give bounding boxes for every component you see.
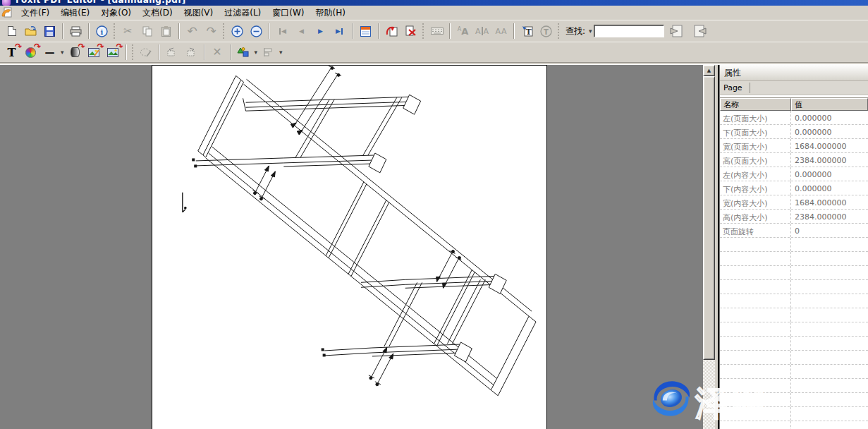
toolbar-drag-handle[interactable] — [422, 23, 425, 39]
font-size-button[interactable]: AA — [453, 22, 472, 40]
line-tool-dropdown[interactable]: ▾ — [61, 49, 64, 56]
rotate-object-left-button[interactable] — [163, 43, 182, 61]
redo-button[interactable]: ↷ — [202, 22, 221, 40]
watermark-logo-icon — [649, 376, 693, 424]
property-name — [720, 322, 791, 336]
zoom-in-button[interactable] — [228, 22, 247, 40]
menu-item-2[interactable]: 编辑(E) — [55, 6, 95, 20]
tab-properties[interactable]: 属性 — [720, 66, 745, 80]
delete-page-button[interactable] — [401, 22, 420, 40]
table-row[interactable]: 下(页面大小)0.000000 — [720, 125, 868, 139]
copy-button[interactable] — [137, 22, 157, 40]
property-value — [791, 280, 868, 294]
document-info-button[interactable]: i — [92, 22, 111, 40]
find-history-dropdown[interactable]: ▾ — [589, 28, 592, 35]
find-input[interactable] — [594, 25, 664, 37]
add-shading-button[interactable]: ↷ — [66, 43, 85, 61]
table-row[interactable]: 高(页面大小)2384.000000 — [720, 153, 868, 167]
tab-page[interactable]: Page — [720, 83, 750, 93]
scroll-up-button[interactable]: ▲ — [703, 65, 715, 76]
import-page-icon — [386, 25, 398, 37]
insert-text-icon: T — [522, 25, 533, 37]
pdf-page[interactable] — [152, 65, 547, 429]
menu-item-7[interactable]: 窗口(W) — [267, 6, 310, 20]
last-page-button[interactable]: ▶ — [330, 22, 349, 40]
menu-item-6[interactable]: 过滤器(L) — [219, 6, 267, 20]
table-row[interactable]: 高(内容大小)2384.000000 — [720, 210, 868, 224]
table-row-empty — [720, 280, 868, 294]
delete-object-button[interactable]: ✕ — [208, 43, 227, 61]
first-page-button[interactable]: ◀ — [273, 22, 292, 40]
properties-panel: 属性 Page 名称 值 左(页面大小)0.000000下(页面大小)0.000… — [719, 65, 868, 429]
import-page-button[interactable] — [382, 22, 401, 40]
toolbar-drag-handle[interactable] — [132, 44, 135, 60]
toolbar-separator — [230, 44, 231, 60]
property-value — [791, 322, 868, 336]
graphics-tools-button[interactable] — [234, 43, 253, 61]
scrollbar-thumb[interactable] — [703, 76, 715, 360]
text-mode-button[interactable]: T — [537, 22, 556, 40]
align-tools-dropdown[interactable]: ▾ — [279, 49, 283, 56]
property-name: 高(页面大小) — [720, 153, 791, 167]
toolbar-drag-handle[interactable] — [114, 23, 116, 39]
copy-icon — [142, 26, 152, 37]
table-row[interactable]: 左(页面大小)0.000000 — [720, 111, 868, 125]
property-name: 左(内容大小) — [720, 167, 791, 181]
edit-image-button[interactable]: ↷ — [85, 43, 104, 61]
menu-item-3[interactable]: 对象(O) — [95, 6, 137, 20]
print-button[interactable] — [66, 22, 85, 40]
new-document-button[interactable] — [2, 22, 21, 40]
vertical-scrollbar[interactable]: ▲ — [703, 65, 715, 429]
new-document-icon — [8, 26, 16, 36]
char-width-icon: A — [475, 27, 481, 36]
toolbar-drag-handle[interactable] — [223, 23, 226, 39]
menu-item-5[interactable]: 视图(V) — [178, 6, 219, 20]
table-row[interactable]: 下(内容大小)0.000000 — [720, 181, 868, 195]
rotate-object-right-button[interactable] — [182, 43, 201, 61]
open-button[interactable] — [21, 22, 40, 40]
char-spacing-button[interactable]: AA — [491, 22, 511, 40]
find-next-button[interactable] — [688, 22, 712, 40]
menu-item-8[interactable]: 帮助(H) — [310, 6, 351, 20]
add-text-object-button[interactable]: T↷ — [2, 43, 21, 61]
insert-text-button[interactable]: T — [518, 22, 537, 40]
circled-t-icon: T — [540, 25, 552, 37]
first-page-icon: ◀ — [281, 28, 286, 35]
save-button[interactable] — [40, 22, 59, 40]
properties-subtabs: Page — [720, 81, 868, 95]
table-row[interactable]: 页面旋转0 — [720, 224, 868, 238]
window-titlebar[interactable]: Foxit PDF Editor - [danhuang.pdf] — [0, 0, 868, 6]
zoom-out-button[interactable] — [247, 22, 266, 40]
cut-button[interactable]: ✂ — [118, 22, 137, 40]
add-color-object-button[interactable]: ↷ — [21, 43, 40, 61]
column-header-name[interactable]: 名称 — [720, 98, 791, 111]
next-page-button[interactable]: ▶ — [311, 22, 330, 40]
table-row[interactable]: 宽(内容大小)1684.000000 — [720, 195, 868, 210]
paste-button[interactable] — [157, 22, 176, 40]
char-width-button[interactable]: AA — [472, 22, 491, 40]
property-name — [720, 238, 791, 251]
property-name: 高(内容大小) — [720, 210, 791, 223]
property-name — [720, 308, 791, 322]
undo-button[interactable]: ↶ — [183, 22, 202, 40]
lasso-icon — [140, 47, 152, 58]
find-previous-button[interactable] — [664, 22, 688, 40]
select-objects-button[interactable] — [137, 43, 156, 61]
graphics-tools-dropdown[interactable]: ▾ — [255, 49, 258, 56]
line-tool-button[interactable]: — — [40, 43, 59, 61]
align-tools-button[interactable] — [259, 43, 278, 61]
add-image-button[interactable]: ↷ — [104, 43, 123, 61]
page-layout-button[interactable] — [356, 22, 375, 40]
canvas-area[interactable] — [0, 65, 703, 429]
previous-page-button[interactable]: ◀ — [292, 22, 311, 40]
menu-item-1[interactable]: 文件(F) — [16, 6, 55, 20]
keyboard-icon — [431, 27, 444, 35]
table-row[interactable]: 左(内容大小)0.000000 — [720, 167, 868, 181]
toolbar-drag-handle[interactable] — [558, 23, 561, 39]
menu-item-4[interactable]: 文档(D) — [137, 6, 178, 20]
table-row[interactable]: 宽(页面大小)1684.000000 — [720, 139, 868, 153]
table-row-empty — [720, 294, 868, 308]
keyboard-button[interactable] — [427, 22, 446, 40]
property-value: 0.000000 — [791, 167, 868, 181]
column-header-value[interactable]: 值 — [791, 98, 868, 111]
